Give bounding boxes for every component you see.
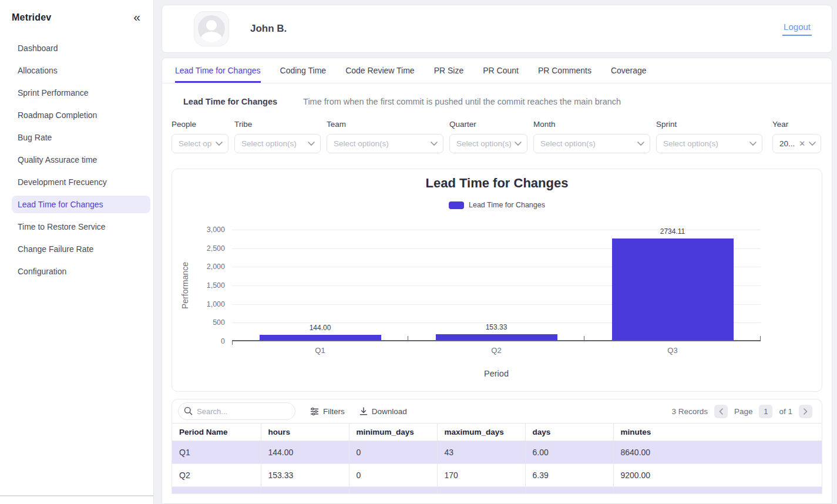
y-tick-labels: 05001,0001,5002,0002,5003,000 [172,230,225,341]
sidebar: Metridev « Dashboard Allocations Sprint … [0,0,154,504]
data-table: Period Name hours minimum_days maximum_d… [172,423,822,494]
chevron-down-icon [515,142,522,146]
next-page-button[interactable] [799,405,812,418]
bar-value-label: 2734.11 [584,227,761,236]
page-input[interactable]: 1 [759,405,772,418]
chevron-down-icon [637,142,644,146]
legend-label: Lead Time for Changes [469,201,545,209]
x-category-label: Q1 [232,346,408,355]
tab-pr-comments[interactable]: PR Comments [538,58,591,83]
x-category-label: Q3 [584,346,761,355]
download-button[interactable]: Download [359,407,407,416]
chevron-down-icon [308,142,315,146]
bar-q1[interactable] [260,335,381,340]
year-select[interactable]: 20... ✕ [772,134,821,153]
avatar-placeholder-icon [198,15,225,42]
sidebar-item-dashboard[interactable]: Dashboard [12,39,150,57]
chevron-down-icon [749,142,757,146]
search-input[interactable] [178,402,295,420]
tab-coding-time[interactable]: Coding Time [280,58,327,83]
filter-month: Month Select option(s) [533,120,650,153]
filter-people: People Select option(s) [172,120,228,153]
chart-plot: 144.00Q1153.33Q22734.11Q3 [232,230,761,341]
filters-button[interactable]: Filters [310,407,345,416]
tab-code-review-time[interactable]: Code Review Time [345,58,415,83]
chart-card: Lead Time for Changes Lead Time for Chan… [172,169,822,392]
search-wrap [178,402,295,420]
bar-q3[interactable] [612,238,734,340]
sidebar-item-configuration[interactable]: Configuration [12,263,150,280]
table-card: Filters Download 3 Records Page 1 of 1 [172,399,822,494]
sidebar-item-roadmap-completion[interactable]: Roadmap Completion [12,106,150,124]
chevron-left-icon [719,408,723,415]
col-header-period-name: Period Name [172,424,261,441]
table-row-partial[interactable] [172,487,822,494]
chart-canvas: Performance 05001,0001,5002,0002,5003,00… [172,230,822,382]
sidebar-item-lead-time-for-changes[interactable]: Lead Time for Changes [12,196,150,213]
filters-row: People Select option(s) Tribe Select opt… [172,120,832,153]
section-header: Lead Time for Changes Time from when the… [183,97,832,106]
legend-swatch [449,201,464,209]
tab-lead-time-for-changes[interactable]: Lead Time for Changes [175,58,261,83]
section-description: Time from when the first commit is pushe… [303,97,621,106]
filter-sprint: Sprint Select option(s) [656,120,762,153]
month-select[interactable]: Select option(s) [533,134,650,153]
sidebar-item-sprint-performance[interactable]: Sprint Performance [12,84,150,102]
records-count: 3 Records [671,407,708,416]
prev-page-button[interactable] [714,405,728,418]
table-row[interactable]: Q2 153.33 0 170 6.39 9200.00 [172,464,822,487]
download-icon [359,407,368,415]
tab-pr-count[interactable]: PR Count [483,58,519,83]
sidebar-item-allocations[interactable]: Allocations [12,62,150,79]
chevron-down-icon [809,142,816,146]
tab-coverage[interactable]: Coverage [611,58,647,83]
page-of-label: of 1 [779,407,792,416]
content-card: Lead Time for Changes Coding Time Code R… [162,58,832,504]
col-header-days: days [525,424,613,441]
table-row[interactable]: Q1 144.00 0 43 6.00 8640.00 [172,441,822,464]
filter-quarter: Quarter Select option(s) [449,120,527,153]
filter-year: Year 20... ✕ [772,120,821,153]
tab-pr-size[interactable]: PR Size [434,58,464,83]
col-header-hours: hours [261,424,349,441]
app-root: Metridev « Dashboard Allocations Sprint … [0,0,837,504]
chevron-down-icon [216,142,223,146]
pagination: 3 Records Page 1 of 1 [671,405,812,418]
sidebar-divider [0,495,153,496]
user-name: John B. [250,23,287,35]
logout-link[interactable]: Logout [782,22,812,36]
main-area: John B. Logout Lead Time for Changes Cod… [154,0,837,504]
quarter-select[interactable]: Select option(s) [449,134,527,153]
col-header-minutes: minutes [613,424,822,441]
collapse-sidebar-icon[interactable]: « [133,11,140,23]
bar-value-label: 153.33 [408,323,584,331]
bar-q2[interactable] [436,334,557,340]
sidebar-item-quality-assurance-time[interactable]: Quality Assurace time [12,151,150,169]
chart-title: Lead Time for Changes [172,176,822,191]
search-icon [184,406,193,415]
chart-legend[interactable]: Lead Time for Changes [172,200,822,210]
page-label: Page [734,407,753,416]
tab-bar: Lead Time for Changes Coding Time Code R… [162,58,832,83]
x-category-label: Q2 [408,346,584,355]
brand-logo: Metridev [12,12,51,23]
filter-tribe: Tribe Select option(s) [234,120,321,153]
sidebar-item-time-to-restore-service[interactable]: Time to Restore Service [12,218,150,236]
col-header-maximum-days: maximum_days [437,424,525,441]
chevron-right-icon [804,408,808,415]
clear-year-icon[interactable]: ✕ [799,140,805,147]
tribe-select[interactable]: Select option(s) [234,134,321,153]
filter-sliders-icon [310,408,319,415]
header-card: John B. Logout [162,5,832,53]
sidebar-item-bug-rate[interactable]: Bug Rate [12,129,150,146]
filter-team: Team Select option(s) [327,120,443,153]
sprint-select[interactable]: Select option(s) [656,134,762,153]
bar-value-label: 144.00 [232,324,408,332]
sidebar-item-change-failure-rate[interactable]: Change Failure Rate [12,240,150,258]
chevron-down-icon [431,142,438,146]
col-header-minimum-days: minimum_days [349,424,437,441]
people-select[interactable]: Select option(s) [172,134,228,153]
sidebar-nav: Dashboard Allocations Sprint Performance… [18,39,144,280]
sidebar-item-development-frequency[interactable]: Development Frecuency [12,173,150,191]
team-select[interactable]: Select option(s) [327,134,443,153]
